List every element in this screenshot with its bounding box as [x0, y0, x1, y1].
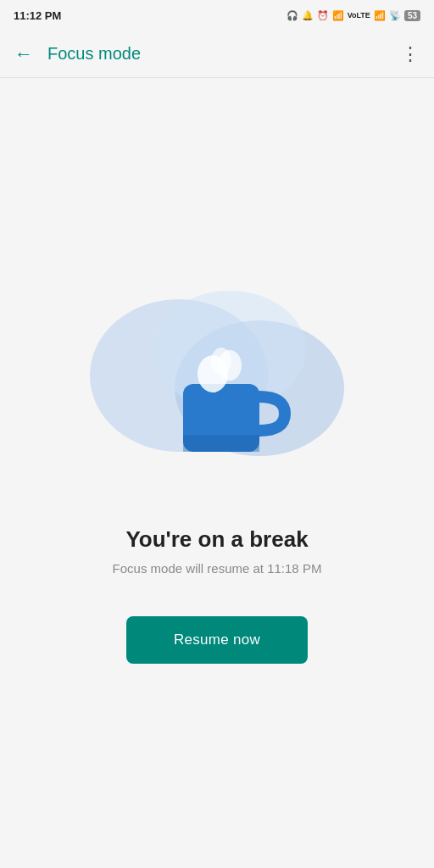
resume-now-button[interactable]: Resume now [126, 616, 308, 664]
back-button[interactable]: ← [7, 37, 41, 71]
main-content: You're on a break Focus mode will resume… [0, 78, 434, 868]
headphone-icon: 🎧 [287, 10, 298, 21]
more-icon: ⋮ [401, 43, 420, 65]
alarm-icon: ⏰ [317, 10, 329, 21]
svg-rect-4 [183, 435, 259, 452]
status-bar: 11:12 PM 🎧 🔔 ⏰ 📶 VoLTE 📶 📡 53 [0, 0, 434, 31]
svg-point-7 [211, 348, 231, 375]
wifi-icon: 📡 [389, 10, 401, 21]
status-time: 11:12 PM [14, 9, 61, 22]
signal-icon: 📶 [332, 10, 344, 21]
volte-icon: VoLTE [348, 11, 370, 19]
notification-icon: 🔔 [302, 10, 314, 21]
break-subtitle: Focus mode will resume at 11:18 PM [113, 561, 322, 576]
page-title: Focus mode [47, 44, 393, 64]
app-bar: ← Focus mode ⋮ [0, 31, 434, 78]
battery-level: 53 [404, 10, 420, 21]
back-arrow-icon: ← [14, 43, 33, 65]
more-options-button[interactable]: ⋮ [393, 37, 427, 71]
illustration-svg [81, 265, 353, 486]
break-title: You're on a break [125, 526, 308, 553]
break-illustration [81, 265, 353, 486]
status-icons: 🎧 🔔 ⏰ 📶 VoLTE 📶 📡 53 [287, 10, 420, 21]
signal2-icon: 📶 [374, 10, 386, 21]
